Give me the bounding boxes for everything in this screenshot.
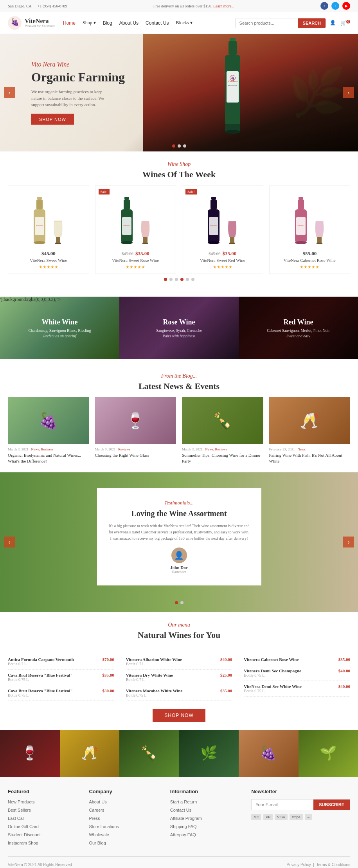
user-icon[interactable]: 👤: [330, 20, 336, 26]
header: 🍇 ViteNera Passion for Existence Home Sh…: [0, 12, 358, 34]
payment-stripe: stripe: [290, 814, 303, 820]
footer-link-about[interactable]: About Us: [89, 800, 106, 804]
hero-dot-3[interactable]: [183, 144, 186, 148]
search-button[interactable]: SEARCH: [298, 18, 326, 28]
footer-link-careers[interactable]: Careers: [89, 808, 104, 812]
footer-link-best-sellers[interactable]: Best Sellers: [8, 808, 31, 812]
nav-contact[interactable]: Contact Us: [146, 20, 169, 26]
footer-link-return[interactable]: Start a Return: [170, 800, 197, 804]
svg-text:🍇: 🍇: [231, 76, 235, 80]
blog-card-2[interactable]: 🍷 March 3, 2021 Reviews Choosing the Rig…: [95, 397, 176, 465]
hero-content: Vito Nera Wine Organic Farming We use or…: [31, 61, 125, 125]
footer-link-blog[interactable]: Our Blog: [89, 841, 106, 845]
footer-link-gift-card[interactable]: Online Gift Card: [8, 824, 39, 829]
nav-blocks[interactable]: Blocks ▾: [176, 20, 192, 26]
logo-icon: 🍇: [8, 16, 22, 30]
svg-point-34: [208, 241, 219, 244]
gallery-item-5[interactable]: 🍇: [239, 730, 299, 777]
footer-link-contact[interactable]: Contact Us: [170, 808, 191, 812]
subscribe-button[interactable]: SUBSCRIBE: [313, 800, 350, 810]
rose-wine-category[interactable]: Rose Wine Sangiovese, Syrah, Grenache Pa…: [119, 297, 239, 359]
learn-more-link[interactable]: Learn more...: [213, 4, 234, 8]
top-bar: San Diego, CA +1 (954) 456-6789 Free del…: [0, 0, 358, 12]
wines-dot-1[interactable]: [164, 278, 167, 281]
testimonials-prev-button[interactable]: ‹: [4, 537, 15, 547]
svg-rect-20: [55, 243, 61, 244]
search-input[interactable]: [236, 18, 298, 28]
facebook-icon[interactable]: f: [320, 2, 328, 10]
footer-link-affiliate[interactable]: Affiliate Program: [170, 816, 202, 821]
white-wine-category[interactable]: ');background:rgba(0,0,0,0.3);"> White W…: [0, 297, 119, 359]
menu-item-2: Cava Brut Reserva "Blue Festival" Bottle…: [8, 670, 114, 685]
wine-card-2[interactable]: Sale! ViteNera: [95, 185, 176, 274]
menu-shop-button[interactable]: SHOP NOW: [153, 709, 205, 722]
red-wine-category[interactable]: Red Wine Cabernet Sauvignon, Merlot, Pin…: [239, 297, 358, 359]
footer-link-wholesale[interactable]: Wholesale: [89, 832, 109, 837]
svg-point-26: [121, 241, 133, 244]
logo[interactable]: 🍇 ViteNera Passion for Existence: [8, 16, 55, 30]
cart-icon[interactable]: 🛒0: [340, 20, 350, 26]
footer-link-student-discount[interactable]: Student Discount: [8, 832, 41, 837]
wine-card-4[interactable]: ViteNera $55.00 ViteNera Cabernet Rose W…: [269, 185, 351, 274]
nav-shop[interactable]: Shop ▾: [83, 20, 96, 26]
rose-wine-desc: Pairs with happiness: [156, 334, 202, 338]
testimonials-next-button[interactable]: ›: [343, 537, 354, 547]
hero-dot-1[interactable]: [172, 144, 175, 148]
svg-text:ViteNera: ViteNera: [210, 225, 218, 227]
red-wine-grapes: Cabernet Sauvignon, Merlot, Pinot Noir: [267, 328, 330, 333]
footer-link-instagram-shop[interactable]: Instagram Shop: [8, 841, 38, 845]
gallery-item-2[interactable]: 🥂: [60, 730, 120, 777]
gallery-item-6[interactable]: 🌱: [299, 730, 358, 777]
footer-link-last-call[interactable]: Last Call: [8, 816, 25, 821]
svg-point-17: [34, 241, 45, 244]
footer-link-press[interactable]: Press: [89, 816, 100, 821]
blog-card-1[interactable]: 🍇 March 3, 2021 News, Business Organic, …: [8, 397, 89, 465]
svg-rect-13: [36, 200, 43, 209]
footer-link-shipping[interactable]: Shipping FAQ: [170, 824, 197, 829]
footer-link-new-products[interactable]: New Products: [8, 800, 34, 804]
gallery-item-3[interactable]: 🍾: [119, 730, 179, 777]
nav-about[interactable]: About Us: [119, 20, 139, 26]
wines-dot-3[interactable]: [175, 278, 178, 281]
test-dot-1[interactable]: [175, 601, 178, 604]
wine-card-1[interactable]: ViteNera $45.00 ViteNera Sweet Wine ★★★★…: [8, 185, 89, 274]
wines-dot-4[interactable]: [180, 278, 183, 281]
footer-link-afterpay[interactable]: Afterpay FAQ: [170, 832, 196, 837]
footer-terms-link[interactable]: Terms & Conditions: [316, 863, 350, 867]
nav-blog[interactable]: Blog: [103, 20, 112, 26]
hero-dot-2[interactable]: [178, 144, 181, 148]
wines-dot-6[interactable]: [191, 278, 194, 281]
hero-bg: 🌿: [143, 34, 358, 151]
blog-date-4: February 23, 2021 News: [269, 447, 351, 451]
wines-section-header: Wine Shop Wines Of The Week: [0, 151, 358, 185]
gallery-item-1[interactable]: 🍷: [0, 730, 60, 777]
white-wine-desc: Perfect as an aperitif: [28, 334, 91, 338]
blog-card-4[interactable]: 🥂 February 23, 2021 News Pairing Wine Wi…: [269, 397, 351, 465]
nav-home[interactable]: Home: [63, 20, 76, 26]
blog-card-3[interactable]: 🍾 March 3, 2021 News, Reviews Sommelier …: [182, 397, 263, 465]
menu-item-4: Vitenera Albarino White Wine Bottle 0.7 …: [126, 654, 232, 670]
footer-col-featured: Featured New Products Best Sellers Last …: [8, 789, 81, 848]
wine-card-3[interactable]: Sale! ViteNera: [182, 185, 263, 274]
hero-shop-button[interactable]: SHOP NOW: [31, 113, 74, 124]
testimonials-title: Loving the Wine Assortment: [109, 509, 250, 518]
svg-rect-37: [299, 197, 303, 200]
gallery-item-4[interactable]: 🌿: [179, 730, 239, 777]
hero-next-button[interactable]: ›: [343, 87, 354, 98]
hero-prev-button[interactable]: ‹: [4, 87, 15, 98]
wines-dot-2[interactable]: [169, 278, 173, 281]
blog-grid: 🍇 March 3, 2021 News, Business Organic, …: [8, 397, 350, 465]
footer-privacy-link[interactable]: Privacy Policy: [287, 863, 311, 867]
wines-dot-5[interactable]: [186, 278, 189, 281]
newsletter-email-input[interactable]: [252, 800, 313, 810]
test-dot-2[interactable]: [180, 601, 183, 604]
wine-name-3: ViteNera Sweet Red Wine: [186, 258, 259, 263]
menu-item-6: Vitenera Macabeo White Wine Bottle 0.75 …: [126, 685, 232, 701]
twitter-icon[interactable]: t: [331, 2, 339, 10]
footer-policy-links: Privacy Policy | Terms & Conditions: [287, 863, 350, 867]
blog-date-2: March 3, 2021 Reviews: [95, 447, 176, 451]
svg-rect-30: [210, 200, 217, 209]
footer-link-store-locations[interactable]: Store Locations: [89, 824, 119, 829]
youtube-icon[interactable]: ▶: [342, 2, 350, 10]
hero-title: Organic Farming: [31, 70, 125, 85]
